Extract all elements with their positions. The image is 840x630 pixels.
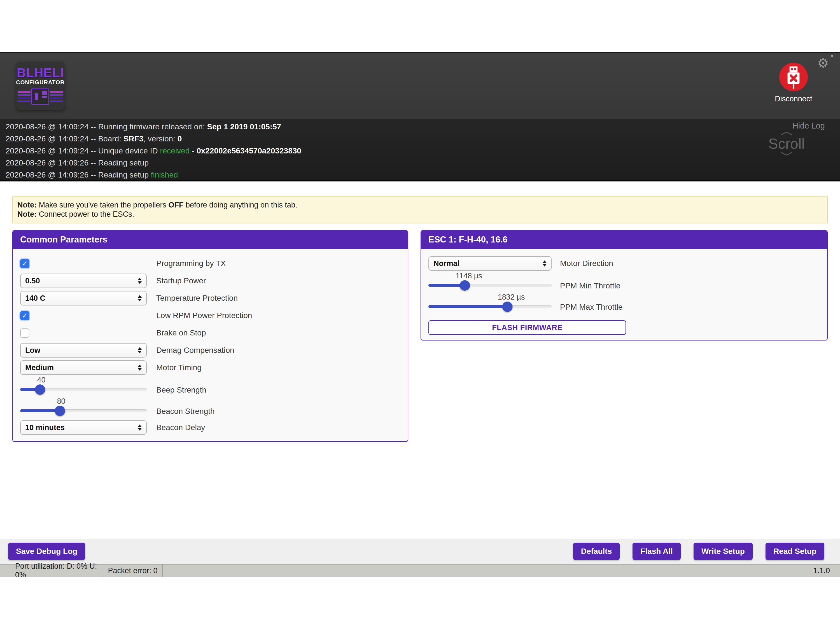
slider-thumb[interactable] <box>460 280 470 291</box>
circuit-board-graphic <box>17 88 63 105</box>
select-value: 140 C <box>25 294 138 303</box>
common-parameters-panel: Common Parameters ✓ Programming by TX 0.… <box>12 230 408 442</box>
footer-toolbar: Save Debug Log Defaults Flash All Write … <box>0 539 840 564</box>
checkmark-icon: ✓ <box>22 312 28 319</box>
param-label: Low RPM Power Protection <box>156 311 252 320</box>
param-label: Beacon Strength <box>156 407 215 416</box>
up-down-spinner-icon <box>138 295 142 301</box>
param-label: Demag Compensation <box>156 346 234 355</box>
note-line: Note: Connect power to the ESCs. <box>17 210 823 219</box>
slider-thumb[interactable] <box>35 384 45 395</box>
ppm-max-throttle-slider[interactable]: 1832 µs <box>428 294 552 315</box>
checkmark-icon: ✓ <box>22 260 28 267</box>
param-row: 0.50 Startup Power <box>20 272 400 289</box>
chevron-down-icon[interactable] <box>780 152 793 156</box>
param-label: Beacon Delay <box>156 423 205 432</box>
panel-title: ESC 1: F-H-40, 16.6 <box>421 231 827 249</box>
param-label: Startup Power <box>156 276 206 285</box>
param-row: Normal Motor Direction <box>428 255 820 272</box>
defaults-button[interactable]: Defaults <box>573 543 620 560</box>
param-row: Medium Motor Timing <box>20 359 400 376</box>
usb-disconnect-icon <box>779 62 808 92</box>
blheli-logo: BLHELI CONFIGURATOR <box>16 62 65 110</box>
param-row: Low Demag Compensation <box>20 342 400 359</box>
log-line: 2020-08-26 @ 14:09:24 -- Board: SRF3, ve… <box>6 133 840 145</box>
slider-value: 40 <box>37 376 45 384</box>
param-row: 1148 µs PPM Min Throttle <box>428 272 820 294</box>
param-row: 140 C Temperature Protection <box>20 289 400 307</box>
programming-by-tx-checkbox[interactable]: ✓ <box>20 259 29 268</box>
slider-fill <box>20 409 60 412</box>
motor-direction-select[interactable]: Normal <box>428 256 552 271</box>
up-down-spinner-icon <box>138 278 142 284</box>
disconnect-label: Disconnect <box>766 95 821 103</box>
param-label: Motor Timing <box>156 363 202 372</box>
log-scroll-control[interactable]: Scroll <box>760 131 813 156</box>
flash-all-button[interactable]: Flash All <box>633 543 681 560</box>
select-value: Medium <box>25 363 138 372</box>
up-down-spinner-icon <box>138 365 142 371</box>
scroll-label: Scroll <box>768 136 805 152</box>
param-label: Programming by TX <box>156 259 226 268</box>
log-line: 2020-08-26 @ 14:09:26 -- Reading setup f… <box>6 169 840 181</box>
slider-value: 1832 µs <box>498 293 525 302</box>
low-rpm-power-protection-checkbox[interactable]: ✓ <box>20 311 29 321</box>
up-down-spinner-icon <box>543 261 546 267</box>
motor-timing-select[interactable]: Medium <box>20 360 147 375</box>
hide-log-button[interactable]: Hide Log <box>793 121 825 131</box>
param-row: 10 minutes Beacon Delay <box>20 419 400 436</box>
ppm-min-throttle-slider[interactable]: 1148 µs <box>428 272 552 294</box>
slider-thumb[interactable] <box>502 302 512 312</box>
main-content: Note: Make sure you've taken the propell… <box>0 196 840 442</box>
param-label: Brake on Stop <box>156 328 206 337</box>
param-row: 1832 µs PPM Max Throttle <box>428 294 820 315</box>
log-line: 2020-08-26 @ 14:09:24 -- Running firmwar… <box>6 121 840 133</box>
packet-error-status: Packet error: 0 <box>103 564 163 577</box>
up-down-spinner-icon <box>138 425 142 431</box>
app-header: BLHELI CONFIGURATOR ⚙ Disconnect <box>0 52 840 119</box>
save-debug-log-button[interactable]: Save Debug Log <box>8 543 85 560</box>
log-line: 2020-08-26 @ 14:09:26 -- Reading setup <box>6 157 840 169</box>
slider-fill <box>428 305 507 308</box>
beacon-delay-select[interactable]: 10 minutes <box>20 420 147 435</box>
log-line: 2020-08-26 @ 14:09:24 -- Unique device I… <box>6 145 840 157</box>
beacon-strength-slider[interactable]: 80 <box>20 398 147 419</box>
logo-subtitle: CONFIGURATOR <box>16 79 65 86</box>
port-utilization-status: Port utilization: D: 0% U: 0% <box>0 564 103 577</box>
select-value: 0.50 <box>25 276 138 285</box>
select-value: Low <box>25 346 138 355</box>
param-label: Motor Direction <box>560 259 613 268</box>
chevron-up-icon[interactable] <box>780 131 793 136</box>
panel-title: Common Parameters <box>13 231 408 249</box>
startup-power-select[interactable]: 0.50 <box>20 273 147 288</box>
slider-value: 1148 µs <box>456 272 482 280</box>
disconnect-button[interactable]: Disconnect <box>766 62 821 103</box>
param-label: PPM Max Throttle <box>560 303 623 312</box>
esc-1-panel: ESC 1: F-H-40, 16.6 Normal Motor Directi… <box>420 230 828 341</box>
gear-dot-icon <box>831 55 833 57</box>
param-row: 80 Beacon Strength <box>20 398 400 419</box>
temperature-protection-select[interactable]: 140 C <box>20 291 147 305</box>
select-value: 10 minutes <box>25 423 138 432</box>
panel-body: Normal Motor Direction 1148 µs PPM Min T… <box>421 249 827 340</box>
log-area: 2020-08-26 @ 14:09:24 -- Running firmwar… <box>0 119 840 182</box>
note-banner: Note: Make sure you've taken the propell… <box>12 196 828 223</box>
logo-title: BLHELI <box>17 66 64 79</box>
write-setup-button[interactable]: Write Setup <box>693 543 753 560</box>
param-row: ✓ Programming by TX <box>20 255 400 272</box>
demag-compensation-select[interactable]: Low <box>20 343 147 358</box>
up-down-spinner-icon <box>138 347 142 354</box>
brake-on-stop-checkbox[interactable]: ✓ <box>20 328 29 338</box>
slider-thumb[interactable] <box>55 406 65 416</box>
page-top-margin <box>0 0 840 52</box>
param-label: Beep Strength <box>156 385 206 395</box>
app-version: 1.1.0 <box>813 564 840 577</box>
panel-body: ✓ Programming by TX 0.50 Startup Power 1… <box>13 249 408 441</box>
param-label: Temperature Protection <box>156 294 238 303</box>
status-bar: Port utilization: D: 0% U: 0% Packet err… <box>0 564 840 577</box>
read-setup-button[interactable]: Read Setup <box>766 543 824 560</box>
slider-fill <box>428 284 465 287</box>
beep-strength-slider[interactable]: 40 <box>20 376 147 398</box>
param-row: ✓ Low RPM Power Protection <box>20 307 400 324</box>
flash-firmware-button[interactable]: FLASH FIRMWARE <box>428 321 626 335</box>
